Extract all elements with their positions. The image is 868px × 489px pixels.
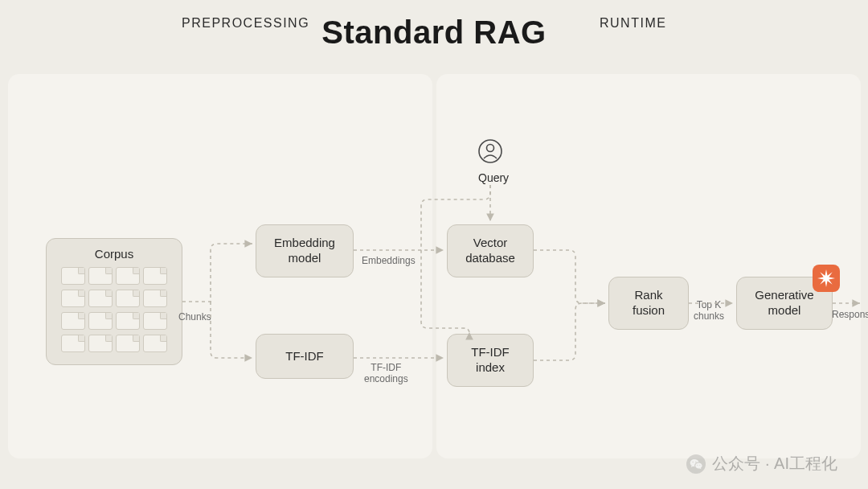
edge-label-response: Response (832, 310, 868, 321)
node-vector-label: Vector database (465, 236, 515, 266)
doc-icon (143, 312, 167, 330)
node-corpus-label: Corpus (95, 247, 133, 262)
node-tfidf-label: TF-IDF (285, 349, 323, 364)
doc-icon (61, 290, 85, 307)
node-embedding-model: Embedding model (256, 224, 354, 277)
doc-icon (61, 312, 85, 330)
edge-label-embeddings: Embeddings (362, 256, 416, 267)
section-label-preprocessing: PREPROCESSING (182, 16, 309, 31)
node-rank-fusion-label: Rank fusion (633, 288, 665, 318)
doc-icon (116, 335, 140, 352)
doc-icon (61, 335, 85, 352)
node-generative-model: Generative model (736, 277, 833, 330)
node-embedding-label: Embedding model (274, 236, 335, 266)
doc-icon (88, 312, 113, 330)
doc-icon (143, 335, 167, 352)
edge-label-chunks: Chunks (178, 312, 211, 323)
doc-icon (143, 290, 167, 307)
corpus-doc-grid (61, 267, 167, 354)
node-tfidf: TF-IDF (256, 334, 354, 379)
node-vector-database: Vector database (447, 224, 534, 277)
doc-icon (143, 267, 167, 285)
node-rank-fusion: Rank fusion (608, 277, 689, 330)
doc-icon (116, 312, 140, 330)
edge-label-topk: Top K chunks (694, 300, 724, 323)
section-label-runtime: RUNTIME (600, 16, 666, 31)
watermark-text: 公众号 · AI工程化 (712, 453, 837, 475)
page-title: Standard RAG (0, 14, 868, 51)
wechat-icon (686, 454, 706, 474)
doc-icon (116, 267, 140, 285)
edge-label-tfidf-encodings: TF-IDF encodings (364, 363, 408, 385)
node-corpus: Corpus (46, 238, 182, 365)
starburst-icon (813, 265, 840, 292)
node-query-label: Query (478, 171, 509, 184)
doc-icon (88, 267, 113, 285)
doc-icon (88, 335, 113, 352)
node-generative-label: Generative model (755, 288, 813, 318)
doc-icon (88, 290, 113, 307)
doc-icon (116, 290, 140, 307)
node-tfidf-index: TF-IDF index (447, 334, 534, 387)
watermark: 公众号 · AI工程化 (686, 453, 837, 475)
doc-icon (61, 267, 85, 285)
node-tfidf-index-label: TF-IDF index (471, 345, 509, 376)
